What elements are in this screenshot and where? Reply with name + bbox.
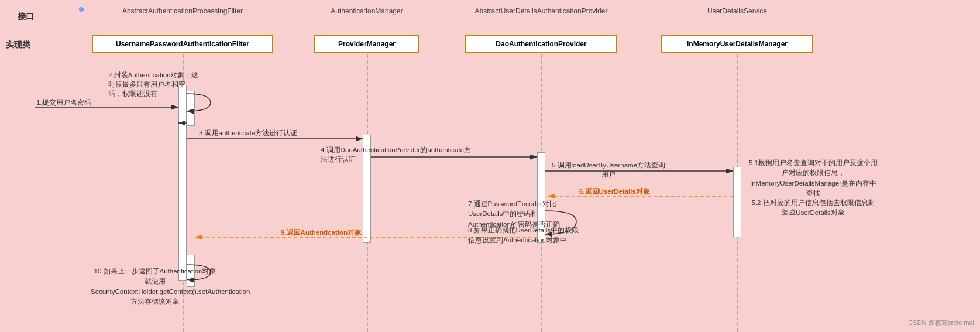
service-activation (733, 167, 741, 237)
msg10-label: 10.如果上一步返回了Authentication对象就使用SecurityCo… (91, 266, 219, 307)
msg4-label: 4.调用DaoAuthenticationProvider的authentica… (321, 145, 473, 164)
manager-box: ProviderManager (314, 35, 419, 53)
manager-interface-label: AuthenticationManager (314, 7, 419, 15)
msg2-label: 2.封装Authentication对象，这时候最多只有用户名和密码，权限还没有 (108, 70, 199, 98)
filter-interface-label: AbstractAuthenticationProcessingFilter (92, 7, 273, 15)
impl-class-label: 实现类 (6, 40, 30, 50)
provider-box: DaoAuthenticationProvider (465, 35, 617, 53)
msg78-label: 7.通过PasswordEncoder对比UserDetails中的密码和Aut… (468, 199, 579, 230)
filter-box: UsernamePasswordAuthenticationFilter (92, 35, 273, 53)
filter-activation (178, 85, 187, 281)
msg52-label: 5.2 把对应的用户信息包括去权限信息封装成UserDetails对象 (749, 198, 878, 218)
msg1-label: 1.提交用户名密码 (36, 98, 91, 107)
provider-interface-label: AbstractUserDetailsAuthenticationProvide… (465, 7, 617, 15)
msg5-label: 5.调用loadUserByUsername方法查询用户 (550, 160, 667, 179)
service-interface-label: UserDetailsService (661, 7, 813, 15)
watermark: CSDN @夜莺prelo mal (908, 319, 974, 327)
msg51-label: 5.1根据用户名去查询对于的用户及这个用户对应的权限信息，InMemoryUse… (749, 158, 878, 198)
msg9-label: 9.返回Authentication对象 (281, 228, 362, 237)
msg6-label: 6.返回UserDetails对象 (579, 187, 650, 196)
interface-label: 接口 (18, 12, 34, 22)
sequence-diagram: 接口 实现类 AbstractAuthenticationProcessingF… (0, 0, 980, 332)
msg8-label: 8.如果正确就把UserDetails中的权限信息设置到Authenticati… (468, 225, 579, 246)
small-dot (79, 7, 84, 12)
msg3-label: 3.调用authenticate方法进行认证 (199, 129, 297, 138)
service-box: InMemoryUserDetailsManager (661, 35, 813, 53)
